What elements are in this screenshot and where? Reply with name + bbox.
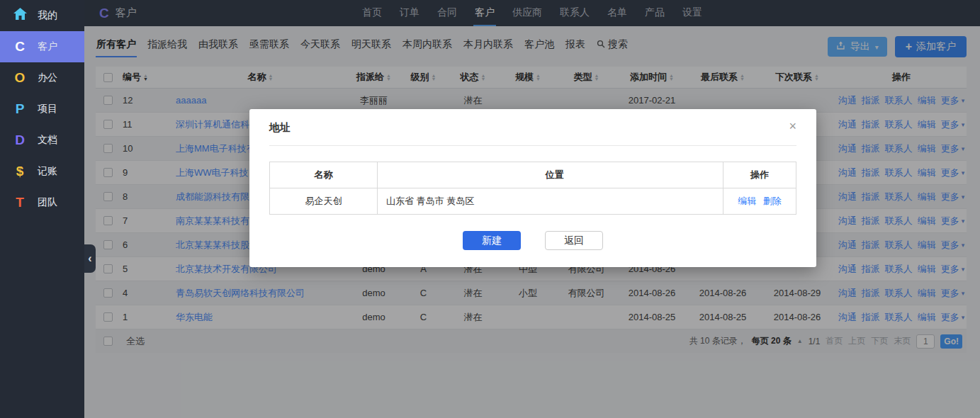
sidebar-item-label: 我的 xyxy=(38,9,57,22)
address-col-name: 名称 xyxy=(270,162,378,188)
letter-c-icon: C xyxy=(11,38,28,55)
address-location: 山东省 青岛市 黄岛区 xyxy=(378,188,723,215)
modal-title: 地址 xyxy=(269,121,291,133)
sidebar-item-label: 办公 xyxy=(38,72,57,84)
address-row: 易企天创 山东省 青岛市 黄岛区 编辑 删除 xyxy=(270,188,796,215)
sidebar-item-label: 记账 xyxy=(38,165,57,178)
modal-header: 地址 × xyxy=(269,109,796,146)
sidebar: 我的C客户O办公P项目D文档$记账T团队 xyxy=(0,0,84,418)
sidebar-item-文档[interactable]: D文档 xyxy=(0,125,84,156)
create-button[interactable]: 新建 xyxy=(463,231,521,250)
address-edit-link[interactable]: 编辑 xyxy=(738,196,756,206)
sidebar-item-我的[interactable]: 我的 xyxy=(0,0,84,31)
address-name: 易企天创 xyxy=(270,188,378,215)
sidebar-item-label: 项目 xyxy=(38,103,57,115)
home-icon xyxy=(11,7,28,24)
sidebar-collapse-handle[interactable]: ‹ xyxy=(84,244,96,273)
sidebar-item-label: 客户 xyxy=(38,40,57,53)
letter-d-icon: D xyxy=(11,132,28,149)
address-col-location: 位置 xyxy=(378,162,723,188)
dollar-icon: $ xyxy=(11,163,28,180)
address-col-actions: 操作 xyxy=(723,162,796,188)
modal-buttons: 新建 返回 xyxy=(269,231,796,250)
sidebar-item-项目[interactable]: P项目 xyxy=(0,94,84,125)
sidebar-item-label: 团队 xyxy=(38,196,57,209)
sidebar-item-记账[interactable]: $记账 xyxy=(0,156,84,187)
sidebar-item-团队[interactable]: T团队 xyxy=(0,187,84,218)
back-button[interactable]: 返回 xyxy=(545,231,603,250)
sidebar-item-label: 文档 xyxy=(38,134,57,147)
letter-t-icon: T xyxy=(11,194,28,211)
sidebar-item-客户[interactable]: C客户 xyxy=(0,31,84,62)
modal-body: 名称 位置 操作 易企天创 山东省 青岛市 黄岛区 编辑 删除 新建 返回 xyxy=(249,146,816,267)
address-modal: 地址 × 名称 位置 操作 易企天创 山东省 青岛市 黄岛区 编辑 删除 新建 … xyxy=(249,109,816,267)
close-icon[interactable]: × xyxy=(789,120,796,132)
letter-o-icon: O xyxy=(11,69,28,86)
address-table: 名称 位置 操作 易企天创 山东省 青岛市 黄岛区 编辑 删除 xyxy=(269,162,796,215)
address-actions: 编辑 删除 xyxy=(723,188,796,215)
sidebar-item-办公[interactable]: O办公 xyxy=(0,62,84,94)
chevron-left-icon: ‹ xyxy=(88,252,91,265)
address-table-header: 名称 位置 操作 xyxy=(270,162,796,188)
letter-p-icon: P xyxy=(11,101,28,118)
address-delete-link[interactable]: 删除 xyxy=(763,196,782,206)
